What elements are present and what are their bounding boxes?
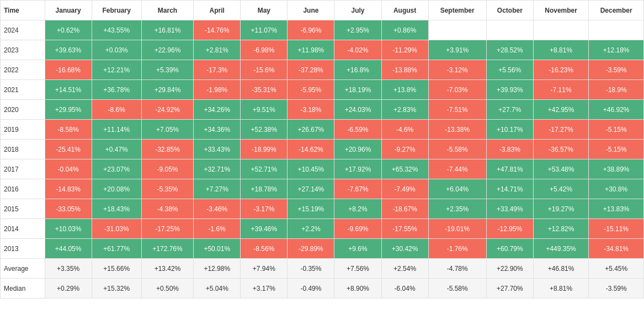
year-cell: 2020 (1, 100, 45, 120)
value-cell: +5.56% (486, 60, 533, 80)
value-cell: +10.17% (486, 120, 533, 140)
year-cell: 2023 (1, 40, 45, 60)
year-cell: 2018 (1, 140, 45, 159)
year-cell: 2022 (1, 60, 45, 80)
value-cell: +22.96% (141, 40, 193, 60)
value-cell: +8.2% (334, 199, 381, 219)
average-row: Average+3.35%+15.66%+13.42%+12.98%+7.94%… (1, 259, 644, 279)
value-cell: +8.81% (533, 40, 588, 60)
value-cell: +20.96% (334, 140, 381, 159)
median-cell: -3.59% (589, 279, 644, 298)
median-cell: +27.70% (486, 279, 533, 298)
table-row: 2013+44.05%+61.77%+172.76%+50.01%-8.56%-… (1, 239, 644, 259)
value-cell: -14.83% (45, 179, 92, 199)
value-cell: +13.8% (381, 80, 428, 100)
average-cell: +7.94% (241, 259, 288, 279)
table-row: 2019-8.58%+11.14%+7.05%+34.36%+52.38%+26… (1, 120, 644, 140)
value-cell: +44.05% (45, 239, 92, 259)
year-cell: 2014 (1, 219, 45, 239)
value-cell: -17.3% (194, 60, 241, 80)
average-cell: +13.42% (141, 259, 193, 279)
table-row: 2014+10.03%-31.03%-17.25%-1.6%+39.46%+2.… (1, 219, 644, 239)
value-cell: -17.55% (381, 219, 428, 239)
average-cell: +22.90% (486, 259, 533, 279)
value-cell: +172.76% (141, 239, 193, 259)
average-label: Average (1, 259, 45, 279)
value-cell: +34.36% (194, 120, 241, 140)
median-cell: +5.04% (194, 279, 241, 298)
value-cell: -5.15% (589, 140, 644, 159)
value-cell: +24.03% (334, 100, 381, 120)
value-cell: -6.96% (288, 20, 334, 40)
header-may: May (241, 1, 288, 20)
value-cell (486, 20, 533, 40)
value-cell: +52.71% (241, 159, 288, 179)
average-cell: -0.35% (288, 259, 334, 279)
value-cell: +5.39% (141, 60, 193, 80)
value-cell: +3.91% (428, 40, 486, 60)
median-cell: +3.17% (241, 279, 288, 298)
value-cell: -7.03% (428, 80, 486, 100)
value-cell: +10.45% (288, 159, 334, 179)
value-cell: +18.19% (334, 80, 381, 100)
median-cell: -5.58% (428, 279, 486, 298)
value-cell: +12.21% (92, 60, 141, 80)
value-cell: -36.57% (533, 140, 588, 159)
value-cell: -3.83% (486, 140, 533, 159)
value-cell: -7.51% (428, 100, 486, 120)
value-cell: -7.44% (428, 159, 486, 179)
value-cell: -4.38% (141, 199, 193, 219)
year-cell: 2017 (1, 159, 45, 179)
header-october: October (486, 1, 533, 20)
value-cell: +0.47% (92, 140, 141, 159)
value-cell: -17.25% (141, 219, 193, 239)
value-cell: -17.27% (533, 120, 588, 140)
value-cell: -9.69% (334, 219, 381, 239)
year-cell: 2015 (1, 199, 45, 219)
value-cell: +39.46% (241, 219, 288, 239)
value-cell: +19.27% (533, 199, 588, 219)
value-cell: -18.9% (589, 80, 644, 100)
value-cell: +28.52% (486, 40, 533, 60)
value-cell: -15.11% (589, 219, 644, 239)
header-april: April (194, 1, 241, 20)
header-august: August (381, 1, 428, 20)
value-cell: +6.04% (428, 179, 486, 199)
value-cell: +10.03% (45, 219, 92, 239)
header-september: September (428, 1, 486, 20)
header-november: November (533, 1, 588, 20)
value-cell: +449.35% (533, 239, 588, 259)
value-cell: +0.62% (45, 20, 92, 40)
value-cell: +47.81% (486, 159, 533, 179)
value-cell: +12.18% (589, 40, 644, 60)
value-cell: +27.7% (486, 100, 533, 120)
value-cell: -15.6% (241, 60, 288, 80)
value-cell: +26.67% (288, 120, 334, 140)
value-cell: -3.46% (194, 199, 241, 219)
year-cell: 2021 (1, 80, 45, 100)
value-cell: -1.98% (194, 80, 241, 100)
value-cell: -9.27% (381, 140, 428, 159)
value-cell: -14.62% (288, 140, 334, 159)
value-cell: -8.58% (45, 120, 92, 140)
median-label: Median (1, 279, 45, 298)
table-row: 2021+14.51%+36.78%+29.84%-1.98%-35.31%-5… (1, 80, 644, 100)
value-cell: +5.42% (533, 179, 588, 199)
value-cell: +12.82% (533, 219, 588, 239)
average-cell: +3.35% (45, 259, 92, 279)
header-february: February (92, 1, 141, 20)
year-cell: 2019 (1, 120, 45, 140)
table-row: 2018-25.41%+0.47%-32.85%+33.43%-18.99%-1… (1, 140, 644, 159)
value-cell: -6.98% (241, 40, 288, 60)
value-cell: +9.6% (334, 239, 381, 259)
median-cell: +0.29% (45, 279, 92, 298)
value-cell: -24.92% (141, 100, 193, 120)
value-cell: +29.95% (45, 100, 92, 120)
value-cell: -3.12% (428, 60, 486, 80)
value-cell: +29.84% (141, 80, 193, 100)
value-cell: -6.59% (334, 120, 381, 140)
value-cell: +14.71% (486, 179, 533, 199)
value-cell: -18.99% (241, 140, 288, 159)
value-cell: +2.83% (381, 100, 428, 120)
median-cell: +15.32% (92, 279, 141, 298)
